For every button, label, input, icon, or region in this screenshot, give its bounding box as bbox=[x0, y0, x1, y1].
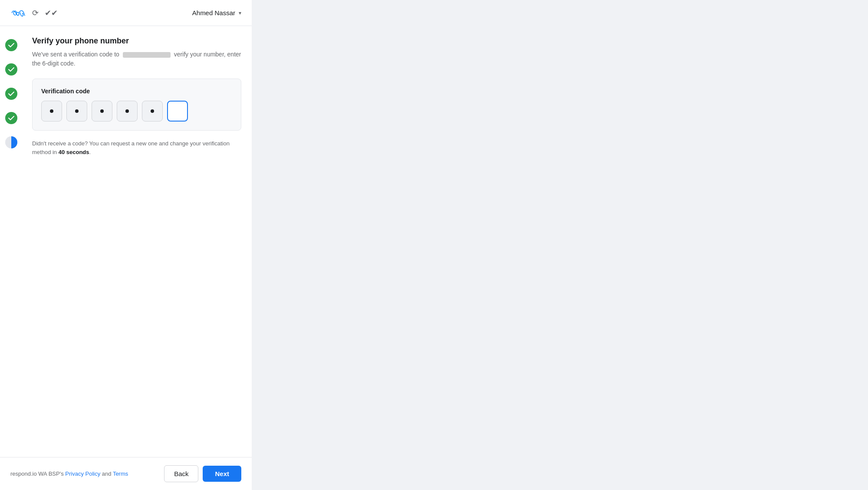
step-1-icon bbox=[5, 39, 17, 51]
code-input-3[interactable] bbox=[92, 101, 112, 122]
code-input-6[interactable] bbox=[167, 101, 188, 122]
page-title: Verify your phone number bbox=[32, 36, 241, 46]
footer-links: respond.io WA BSP's Privacy Policy and T… bbox=[10, 470, 128, 477]
footer: respond.io WA BSP's Privacy Policy and T… bbox=[0, 457, 252, 490]
check-icon[interactable]: ✔✔ bbox=[45, 8, 58, 18]
main-panel: ⟳ ✔✔ Ahmed Nassar ▾ Verify your phone nu… bbox=[0, 0, 252, 490]
user-menu[interactable]: Ahmed Nassar ▾ bbox=[192, 9, 241, 16]
code-inputs bbox=[41, 101, 232, 122]
resend-message: Didn't receive a code? You can request a… bbox=[32, 139, 241, 156]
verification-label: Verification code bbox=[41, 88, 232, 95]
footer-actions: Back Next bbox=[164, 465, 241, 482]
header-left: ⟳ ✔✔ bbox=[10, 8, 58, 18]
code-input-5[interactable] bbox=[142, 101, 163, 122]
resend-end: . bbox=[89, 149, 91, 155]
code-input-1[interactable] bbox=[41, 101, 62, 122]
header: ⟳ ✔✔ Ahmed Nassar ▾ bbox=[0, 0, 252, 26]
step-2-icon bbox=[5, 63, 17, 76]
step-4-icon bbox=[5, 112, 17, 124]
footer-text-mid: and bbox=[100, 470, 113, 477]
refresh-icon[interactable]: ⟳ bbox=[32, 8, 39, 18]
redacted-phone bbox=[123, 52, 171, 58]
next-button[interactable]: Next bbox=[203, 466, 241, 482]
verification-section: Verification code bbox=[32, 79, 241, 131]
subtitle-start: We've sent a verification code to bbox=[32, 51, 119, 58]
chevron-down-icon: ▾ bbox=[239, 10, 241, 16]
content-area: Verify your phone number We've sent a ve… bbox=[22, 26, 252, 165]
step-5-icon bbox=[5, 136, 17, 148]
privacy-policy-link[interactable]: Privacy Policy bbox=[65, 470, 100, 477]
right-background bbox=[252, 0, 868, 490]
back-button[interactable]: Back bbox=[164, 465, 198, 482]
step-indicators bbox=[0, 30, 17, 157]
code-input-2[interactable] bbox=[66, 101, 87, 122]
footer-text-start: respond.io WA BSP's bbox=[10, 470, 65, 477]
code-input-4[interactable] bbox=[117, 101, 138, 122]
user-name: Ahmed Nassar bbox=[192, 9, 235, 16]
page-subtitle: We've sent a verification code to verify… bbox=[32, 50, 241, 68]
meta-logo bbox=[10, 9, 26, 17]
step-3-icon bbox=[5, 88, 17, 100]
terms-link[interactable]: Terms bbox=[113, 470, 128, 477]
resend-bold: 40 seconds bbox=[59, 149, 89, 155]
